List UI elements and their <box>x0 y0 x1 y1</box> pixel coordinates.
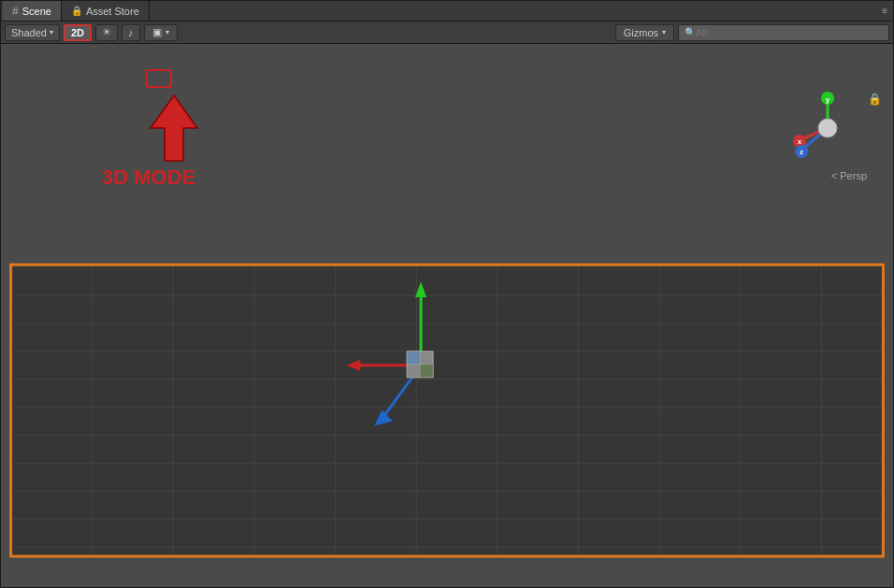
search-icon: 🔍 <box>685 27 696 37</box>
audio-button[interactable]: ♪ <box>122 24 140 41</box>
scene-canvas <box>1 44 893 587</box>
tab-bar-right: ≡ <box>882 6 891 16</box>
shaded-label: Shaded <box>11 27 47 38</box>
toolbar: Shaded ▾ 2D ☀ ♪ ▣ ▾ Gizmos ▾ 🔍 <box>1 22 893 44</box>
tab-menu-button[interactable]: ≡ <box>882 6 887 16</box>
lighting-button[interactable]: ☀ <box>95 24 118 41</box>
lighting-icon: ☀ <box>102 26 111 38</box>
tab-bar-left: # Scene 🔒 Asset Store <box>3 1 150 21</box>
scene-viewport[interactable]: 3D MODE y x z 🔒 < Persp <box>1 44 893 587</box>
fx-icon: ▣ <box>152 26 162 38</box>
tab-bar: # Scene 🔒 Asset Store ≡ <box>1 1 893 22</box>
2d-label: 2D <box>71 27 84 38</box>
svg-marker-21 <box>11 265 884 556</box>
search-box[interactable]: 🔍 <box>678 24 889 41</box>
shaded-dropdown-button[interactable]: Shaded ▾ <box>5 24 60 41</box>
audio-icon: ♪ <box>128 27 134 38</box>
tab-scene-label: Scene <box>22 6 51 17</box>
unity-editor-window: # Scene 🔒 Asset Store ≡ Shaded ▾ 2D ☀ ♪ <box>0 0 894 588</box>
svg-rect-53 <box>420 365 433 378</box>
search-input[interactable] <box>696 27 883 38</box>
gizmos-dropdown-button[interactable]: Gizmos ▾ <box>615 24 674 41</box>
asset-store-lock-icon: 🔒 <box>71 6 82 16</box>
gizmos-label: Gizmos <box>624 27 658 38</box>
fx-arrow-icon: ▾ <box>166 28 169 36</box>
2d-mode-button[interactable]: 2D <box>64 24 92 41</box>
gizmos-arrow-icon: ▾ <box>662 28 666 36</box>
tab-asset-store-label: Asset Store <box>86 6 139 17</box>
shaded-arrow-icon: ▾ <box>50 28 53 36</box>
fx-dropdown-button[interactable]: ▣ ▾ <box>144 24 178 41</box>
svg-rect-52 <box>407 351 420 365</box>
tab-asset-store[interactable]: 🔒 Asset Store <box>62 1 150 21</box>
tab-scene[interactable]: # Scene <box>3 1 62 21</box>
scene-tab-icon: # <box>12 5 19 18</box>
